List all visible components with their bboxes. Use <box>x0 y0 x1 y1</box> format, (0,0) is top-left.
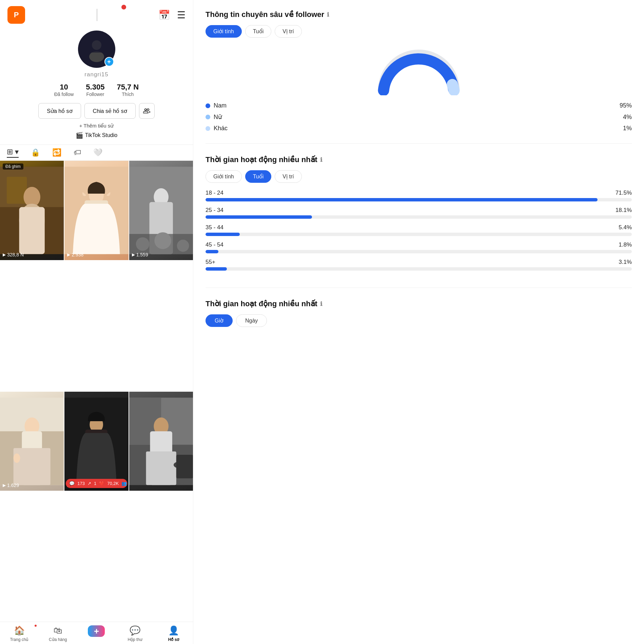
bar-25-34: 25 - 34 18.1% <box>206 207 632 219</box>
tab-age-2[interactable]: Tuổi <box>245 170 272 183</box>
bar-fill-18-24 <box>206 198 598 201</box>
nav-shop[interactable]: 🛍 Cửa hàng <box>39 625 77 642</box>
edit-profile-button[interactable]: Sửa hồ sơ <box>38 103 81 119</box>
legend-label-nu: Nữ <box>214 113 222 121</box>
nav-profile[interactable]: 👤 Hồ sơ <box>154 625 193 642</box>
username: rangri15 <box>84 71 108 78</box>
svg-point-1 <box>89 51 104 62</box>
section-divider-1 <box>206 143 632 144</box>
add-bio-button[interactable]: + Thêm tiểu sử <box>79 123 114 129</box>
svg-rect-34 <box>146 451 176 485</box>
profile-section: + rangri15 10 Đã follow 5.305 Follower 7… <box>0 27 193 142</box>
tab-age[interactable]: Tuổi <box>245 25 272 38</box>
legend-khac-left: Khác <box>206 125 228 132</box>
reaction-likes: 70,2K <box>107 481 119 486</box>
gender-legend: Nam 95% Nữ 4% Khác 1% <box>206 102 632 132</box>
bar-track-35-44 <box>206 233 632 236</box>
view-count-2: ▶ 2.938 <box>67 252 83 257</box>
legend-khac: Khác 1% <box>206 125 632 132</box>
video-cell-6[interactable] <box>129 392 193 491</box>
shop-label: Cửa hàng <box>49 637 67 642</box>
bar-label-18-24: 18 - 24 <box>206 190 223 196</box>
svg-point-25 <box>14 453 20 463</box>
tab-tag-icon[interactable]: 🏷 <box>74 148 81 157</box>
legend-dot-khac <box>206 126 210 131</box>
svg-rect-24 <box>14 448 51 485</box>
avatar-add-icon[interactable]: + <box>104 57 114 66</box>
legend-dot-nu <box>206 115 210 119</box>
menu-icon[interactable]: ☰ <box>177 9 186 21</box>
calendar-icon[interactable]: 📅 <box>158 9 170 21</box>
reaction-bar: 💬 173 ↗ 1 ❤️ 70,2K 👥 5004 <box>66 479 127 488</box>
home-label: Trang chủ <box>10 637 28 642</box>
nav-add[interactable]: + <box>77 625 116 642</box>
tab-location[interactable]: Vị trí <box>275 25 301 38</box>
video-cell-4[interactable]: ▶ 1.629 <box>0 392 64 491</box>
app-logo: P <box>7 6 25 24</box>
nav-home[interactable]: 🏠 Trang chủ <box>10 625 28 642</box>
info-icon-3[interactable]: ℹ <box>320 300 322 308</box>
svg-rect-2 <box>89 36 104 53</box>
video-grid: Đã ghim ▶ 328,8 N ▶ 2.938 <box>0 161 193 622</box>
tab-location-2[interactable]: Vị trí <box>275 170 301 183</box>
reaction-shares: 1 <box>94 481 96 486</box>
stat-following: 10 Đã follow <box>54 83 74 97</box>
activity-time-title-1: Thời gian hoạt động nhiều nhất ℹ <box>206 155 632 164</box>
bar-track-55-plus <box>206 267 632 271</box>
reaction-share-icon: ↗ <box>87 481 91 486</box>
reaction-comments: 173 <box>77 481 85 486</box>
stats-row: 10 Đã follow 5.305 Follower 75,7 N Thích <box>54 83 139 97</box>
bar-fill-45-54 <box>206 250 218 253</box>
reaction-eye-icon: 👥 <box>121 481 127 486</box>
following-count: 10 <box>60 83 68 92</box>
add-icon[interactable]: + <box>88 625 105 637</box>
following-label: Đã follow <box>54 92 74 97</box>
tab-gender-2[interactable]: Giới tính <box>206 170 242 183</box>
tiktok-studio-link[interactable]: 🎬 TikTok Studio <box>76 132 117 139</box>
info-icon-1[interactable]: ℹ <box>327 11 329 18</box>
view-count-4: ▶ 1.629 <box>3 483 19 488</box>
nav-home-wrap: 🏠 Trang chủ <box>0 625 39 642</box>
home-notification-dot <box>35 625 37 627</box>
bar-track-25-34 <box>206 215 632 219</box>
view-count-3: ▶ 1.559 <box>132 252 148 257</box>
tab-lock-icon[interactable]: 🔒 <box>31 148 40 157</box>
svg-point-18 <box>154 232 171 249</box>
pinned-badge: Đã ghim <box>3 163 23 170</box>
bar-label-55-plus: 55+ <box>206 259 215 266</box>
time-tab-day[interactable]: Ngày <box>236 314 267 327</box>
home-icon: 🏠 <box>14 625 25 636</box>
legend-label-khac: Khác <box>214 125 228 132</box>
bar-label-35-44: 35 - 44 <box>206 224 223 231</box>
video-cell-5[interactable]: ▶ 2.07 💬 173 ↗ 1 ❤️ 70,2K 👥 5004 <box>64 392 128 491</box>
share-profile-button[interactable]: Chia sẻ hồ sơ <box>84 103 136 119</box>
bar-18-24: 18 - 24 71.5% <box>206 190 632 201</box>
add-friend-button[interactable] <box>139 103 155 119</box>
tab-heart-icon[interactable]: 🤍 <box>93 148 102 157</box>
top-bar-right: 📅 ☰ <box>158 9 186 21</box>
right-panel: Thông tin chuyên sâu về follower ℹ Giới … <box>193 0 644 644</box>
follower-count: 5.305 <box>86 83 104 92</box>
avatar-wrap: + <box>78 31 115 68</box>
follower-info-title: Thông tin chuyên sâu về follower ℹ <box>206 10 632 19</box>
nav-inbox[interactable]: 💬 Hộp thư <box>116 625 154 642</box>
profile-btn-row: Sửa hồ sơ Chia sẻ hồ sơ <box>38 103 155 119</box>
tab-repost-icon[interactable]: 🔁 <box>52 148 61 157</box>
left-panel: P 📅 ☰ + rangri15 10 Đã follow <box>0 0 193 644</box>
time-tab-hour[interactable]: Giờ <box>206 314 233 327</box>
inbox-icon: 💬 <box>130 625 140 636</box>
tab-grid-icon[interactable]: ⊞ ▾ <box>7 148 19 158</box>
profile-label: Hồ sơ <box>168 637 179 642</box>
likes-label: Thích <box>122 92 134 97</box>
legend-nam-left: Nam <box>206 102 227 109</box>
info-icon-2[interactable]: ℹ <box>320 156 322 163</box>
activity-time-section-2: Thời gian hoạt động nhiều nhất ℹ Giờ Ngà… <box>206 299 632 327</box>
video-cell-1[interactable]: Đã ghim ▶ 328,8 N <box>0 161 64 260</box>
video-cell-3[interactable]: ▶ 1.559 <box>129 161 193 260</box>
likes-count: 75,7 N <box>117 83 139 92</box>
inbox-label: Hộp thư <box>128 637 142 642</box>
follower-label: Follower <box>86 92 104 97</box>
video-cell-2[interactable]: ▶ 2.938 <box>64 161 128 260</box>
tab-gender[interactable]: Giới tính <box>206 25 242 38</box>
bar-45-54: 45 - 54 1.8% <box>206 241 632 253</box>
